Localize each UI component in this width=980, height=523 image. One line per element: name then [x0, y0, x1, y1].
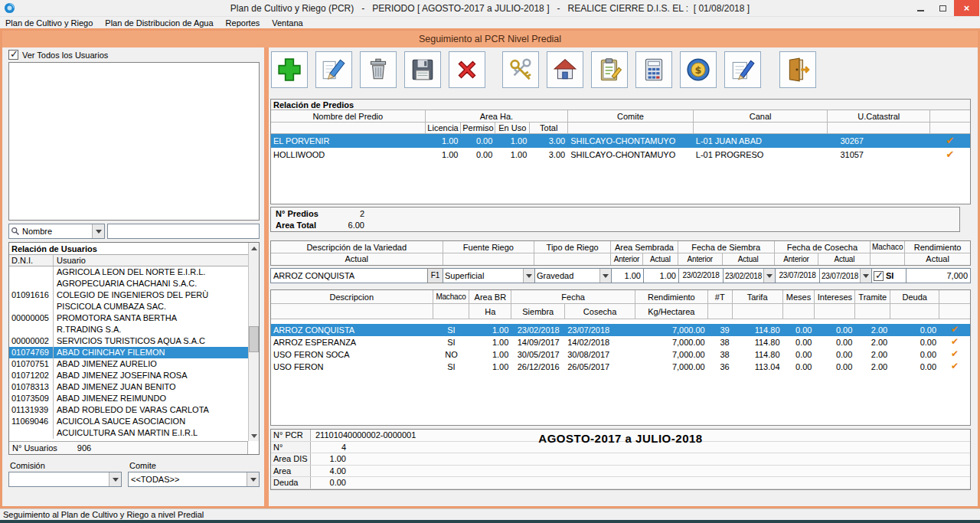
list-item[interactable]: PISCICOLA CUMBAZA SAC. — [9, 301, 259, 312]
area-actual-field[interactable]: 1.00 — [643, 268, 679, 283]
table-row[interactable]: USO FERON SI 1.00 26/12/2016 26/05/2017 … — [271, 361, 970, 373]
predios-header-row-1: Nombre del Predio Area Ha. Comite Canal … — [271, 110, 970, 123]
cell-machaco: SI — [433, 336, 470, 348]
cell-machaco: NO — [433, 348, 470, 361]
comite-combo[interactable]: <<TODAS>> — [128, 472, 260, 487]
cell-comite: SHILCAYO-CHONTAMUYO — [568, 134, 694, 148]
row-check-icon: ✔ — [939, 324, 970, 336]
siembra-actual-combo[interactable]: 23/02/2018 — [723, 268, 776, 283]
predio-button[interactable] — [547, 51, 583, 88]
list-item[interactable]: AGROPECUARIA CHACHANI S.A.C. — [9, 278, 259, 289]
show-all-users-checkbox[interactable]: Ver Todos los Usuarios — [8, 50, 108, 60]
app-icon — [4, 2, 15, 14]
chevron-down-icon — [599, 269, 611, 283]
list-item[interactable]: R.TRADING S.A. — [9, 324, 259, 335]
list-item[interactable]: 00000005PROMOTORA SANTA BERTHA — [9, 312, 259, 324]
permissions-button[interactable] — [502, 51, 539, 88]
search-field-combo[interactable]: Nombre — [8, 224, 105, 239]
col-header-ucatastral: U.Catastral — [828, 110, 930, 123]
n-predios-value: 2 — [328, 208, 364, 220]
pcr-summary: N° PCR 21101040000002-0000001 N° 4 Area … — [270, 429, 971, 490]
chevron-down-icon — [763, 269, 775, 283]
table-row-selected[interactable]: ARROZ CONQUISTA SI 1.00 23/02/2018 23/07… — [271, 324, 970, 336]
col-header-tarifa: Tarifa — [733, 290, 783, 304]
col-header-area-ha: Area Ha. — [426, 110, 569, 123]
cell-intereses: 0.00 — [815, 324, 855, 336]
col-header-ha: Ha — [469, 304, 511, 319]
table-row[interactable]: ARROZ ESPERANZA SI 1.00 14/09/2017 14/02… — [271, 336, 970, 348]
save-button[interactable] — [404, 51, 441, 88]
cell-siembra: 23/02/2018 — [511, 324, 565, 336]
cell-tarifa: 114.80 — [733, 324, 783, 336]
cosecha-actual-combo[interactable]: 23/07/2018 — [819, 268, 872, 283]
col-header-area-sembrada: Area Sembrada — [611, 241, 678, 253]
machaco-checkbox[interactable]: SI — [871, 268, 906, 283]
list-item[interactable]: AGRICOLA LEON DEL NORTE E.I.R.L. — [9, 266, 259, 278]
report-button[interactable] — [591, 51, 628, 88]
list-item[interactable]: 01131939ABAD ROBLEDO DE VARAS CARLOTA — [9, 404, 259, 416]
floppy-icon — [410, 57, 436, 83]
menu-plan-cultivo-riego[interactable]: Plan de Cultivo y Riego — [2, 18, 99, 28]
window-controls: × — [910, 0, 979, 16]
variedad-input[interactable]: ARROZ CONQUISTA — [270, 268, 428, 283]
menu-plan-distribucion-agua[interactable]: Plan de Distribucion de Agua — [102, 18, 219, 28]
list-item[interactable]: 01078313ABAD JIMENEZ JUAN BENITO — [9, 381, 259, 393]
exit-button[interactable] — [779, 51, 816, 88]
list-item[interactable]: 01070751ABAD JIMENEZ AURELIO — [9, 358, 259, 370]
col-header-kg-hectarea: Kg/Hectarea — [635, 304, 708, 319]
restore-button[interactable] — [932, 0, 954, 16]
list-item-selected[interactable]: 01074769ABAD CHINCHAY FILEMON — [9, 347, 259, 358]
menu-ventana[interactable]: Ventana — [269, 18, 309, 28]
scroll-down-icon[interactable] — [249, 431, 259, 441]
cell-ucatastral: 31057 — [828, 148, 930, 162]
predios-summary: N° Predios 2 Area Total 6.00 — [270, 207, 960, 232]
fuente-riego-combo[interactable]: Superficial — [443, 268, 535, 283]
cell-enuso: 1.00 — [495, 134, 530, 148]
menu-reportes[interactable]: Reportes — [223, 18, 266, 28]
add-button[interactable] — [271, 51, 308, 88]
search-input[interactable] — [107, 224, 260, 239]
cell-t: 38 — [708, 348, 733, 361]
edit-button[interactable] — [315, 51, 352, 88]
delete-button[interactable] — [360, 51, 397, 88]
statusbar: Seguimiento al Plan de Cultivo y Riego a… — [0, 508, 980, 520]
cell-rendimiento: 7,000.00 — [635, 324, 708, 336]
close-button[interactable]: × — [954, 0, 979, 16]
table-row[interactable]: USO FERON SOCA NO 1.00 30/05/2017 30/08/… — [271, 348, 970, 361]
list-item[interactable]: 01091616COLEGIO DE INGENIEROS DEL PERÙ — [9, 289, 259, 301]
area-total-value: 6.00 — [328, 220, 364, 231]
tipo-riego-combo[interactable]: Gravedad — [534, 268, 612, 283]
cell-canal: L-01 JUAN ABAD — [694, 134, 828, 148]
coin-icon: $ — [685, 57, 711, 83]
house-icon — [552, 57, 578, 83]
comision-combo[interactable] — [8, 472, 122, 487]
cell-deuda: 0.00 — [890, 324, 939, 336]
payments-button[interactable]: $ — [680, 51, 717, 88]
scroll-up-icon[interactable] — [249, 243, 259, 253]
cell-cosecha: 26/05/2017 — [565, 361, 635, 373]
col-header-fecha: Fecha — [511, 290, 635, 304]
list-item[interactable]: 11069046ACUICOLA SAUCE ASOCIACION — [9, 416, 259, 427]
list-item[interactable]: 00000002SERVICIOS TURISTICOS AQUA S.A.C — [9, 335, 259, 347]
table-row-selected[interactable]: EL PORVENIR 1.00 0.00 1.00 3.00 SHILCAYO… — [271, 134, 970, 148]
sign-button[interactable] — [724, 51, 761, 88]
close-icon: × — [964, 2, 970, 14]
f1-button[interactable]: F1 — [427, 268, 443, 283]
cell-cosecha: 14/02/2018 — [565, 336, 635, 348]
users-filter-listbox[interactable] — [8, 62, 260, 221]
rendimiento-field[interactable]: 7,000 — [906, 268, 971, 283]
list-item[interactable]: 01073509ABAD JIMENEZ REIMUNDO — [9, 393, 259, 404]
add-icon — [276, 57, 302, 83]
cancel-button[interactable] — [449, 51, 485, 88]
table-row[interactable]: HOLLIWOOD 1.00 0.00 1.00 3.00 SHILCAYO-C… — [271, 148, 970, 162]
col-header-machaco: Machaco — [871, 241, 905, 253]
scrollbar-thumb[interactable] — [249, 326, 259, 352]
minimize-button[interactable] — [910, 0, 932, 16]
list-item[interactable]: ACUICULTURA SAN MARTIN E.I.R.L — [9, 427, 259, 439]
app-window: Plan de Cultivo y Riego (PCR) - PERIODO … — [0, 0, 980, 523]
calculate-button[interactable] — [635, 51, 672, 88]
minimize-icon — [917, 10, 924, 11]
col-header-tramite: Tramite — [855, 290, 890, 304]
list-item[interactable]: 01071202ABAD JIMENEZ JOSEFINA ROSA — [9, 370, 259, 381]
users-scrollbar[interactable] — [248, 243, 259, 441]
